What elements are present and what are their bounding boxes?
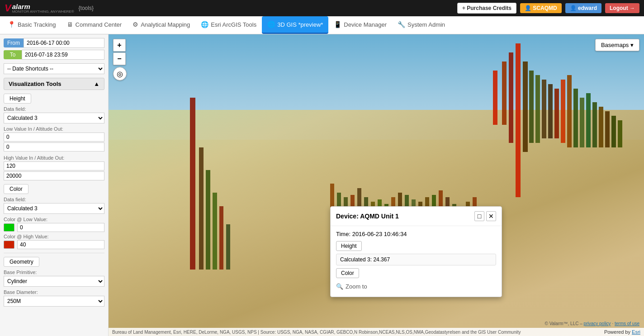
base-diameter-label: Base Diameter:: [4, 289, 104, 295]
height-low-value-out[interactable]: [4, 142, 104, 151]
to-label: To: [4, 50, 22, 59]
base-primitive-label: Base Primitive:: [4, 270, 104, 275]
esri-badge: Powered by Esri: [604, 329, 640, 335]
color-high-value-input[interactable]: [17, 240, 104, 249]
nav-analytical-mapping-label: Analytical Mapping: [141, 21, 190, 28]
height-high-value-out[interactable]: [4, 171, 104, 180]
height-data-field-select[interactable]: Calculated 3: [4, 113, 104, 123]
from-date-input[interactable]: [24, 38, 104, 48]
popup-zoom-label: Zoom to: [346, 283, 367, 290]
color-low-value-input[interactable]: [17, 223, 104, 232]
color-section-button[interactable]: Color: [4, 184, 28, 194]
nav-device-manager[interactable]: 📱 Device Manager: [328, 16, 392, 34]
height-section-button[interactable]: Height: [4, 94, 31, 104]
nav-3d-gis-label: 3D GIS *preview*: [277, 21, 323, 28]
base-primitive-select[interactable]: Cylinder: [4, 276, 104, 287]
nav-system-admin-label: System Admin: [407, 21, 445, 28]
viz-tools-label: Visualization Tools: [9, 80, 62, 87]
logout-button[interactable]: Logout →: [605, 3, 639, 13]
main-content: From To -- Date Shortcuts -- Visualizati…: [0, 34, 644, 336]
nav-esri-tools[interactable]: 🌐 Esri ArcGIS Tools: [195, 16, 262, 34]
color-data-field-label: Data field:: [4, 197, 104, 202]
popup-close-button[interactable]: ✕: [486, 211, 496, 221]
nav-3d-gis[interactable]: 🌐 3D GIS *preview*: [262, 16, 328, 34]
popup-height-value: Calculated 3: 24.367: [336, 254, 496, 265]
popup-expand-button[interactable]: □: [474, 211, 484, 221]
popup-time: Time: 2016-06-23 10:46:34: [336, 231, 496, 237]
valarm-v-icon: V: [5, 2, 11, 14]
edward-button[interactable]: 👤 edward: [565, 3, 601, 13]
scaqmd-button[interactable]: 👤 SCAQMD: [520, 3, 562, 13]
nav-command-center-label: Command Center: [76, 21, 122, 28]
zoom-icon: 🔍: [336, 283, 343, 290]
globe-3d-icon: 🌐: [267, 21, 275, 28]
date-from-row: From: [4, 38, 104, 48]
to-date-input[interactable]: [22, 50, 104, 60]
basemaps-button[interactable]: Basemaps ▾: [595, 39, 639, 51]
purchase-credits-button[interactable]: Purchase Credits: [457, 3, 516, 14]
nav-basic-tracking[interactable]: 📍 Basic Tracking: [2, 16, 62, 34]
date-shortcuts-select[interactable]: -- Date Shortcuts --: [4, 63, 104, 74]
popup-time-label: Time:: [336, 231, 350, 237]
height-low-value-in[interactable]: [4, 133, 104, 142]
logo-area: V alarm MONITOR ANYTHING, ANYWHERE® {too…: [5, 2, 94, 14]
color-low-swatch[interactable]: [4, 223, 14, 232]
sidebar: From To -- Date Shortcuts -- Visualizati…: [0, 34, 109, 336]
color-high-swatch[interactable]: [4, 241, 14, 249]
zoom-in-button[interactable]: +: [113, 39, 126, 52]
popup-header: Device: AQMD Unit 1 □ ✕: [331, 207, 502, 226]
device-popup: Device: AQMD Unit 1 □ ✕ Time: 2016-06-23…: [330, 206, 502, 297]
nav-system-admin[interactable]: 🔧 System Admin: [392, 16, 450, 34]
zoom-controls: + −: [113, 39, 126, 65]
valarm-text-area: alarm MONITOR ANYTHING, ANYWHERE®: [12, 3, 74, 14]
attribution-text: Bureau of Land Management, Esri, HERE, D…: [112, 330, 521, 335]
device-icon: 📱: [334, 21, 341, 28]
height-high-value-label: High Value In / Altitude Out:: [4, 155, 104, 161]
location-icon: 📍: [8, 21, 15, 28]
nav-analytical-mapping[interactable]: ⚙ Analytical Mapping: [127, 16, 195, 34]
privacy-link[interactable]: privacy policy: [584, 321, 611, 326]
color-low-label: Color @ Low Value:: [4, 217, 104, 222]
map-area[interactable]: + − ◎ Basemaps ▾ Device: AQMD Unit 1 □ ✕…: [109, 34, 644, 336]
valarm-tagline: MONITOR ANYTHING, ANYWHERE®: [12, 10, 74, 14]
color-data-field-select[interactable]: Calculated 3: [4, 203, 104, 214]
height-high-value-group: High Value In / Altitude Out:: [4, 155, 104, 181]
nav-device-manager-label: Device Manager: [344, 21, 387, 28]
monitor-icon: 🖥: [67, 21, 73, 28]
header: V alarm MONITOR ANYTHING, ANYWHERE® {too…: [0, 0, 644, 16]
color-low-row: [4, 223, 104, 232]
popup-time-value: 2016-06-23 10:46:34: [352, 231, 407, 237]
viz-tools-arrow-icon: ▲: [94, 80, 99, 87]
popup-color-button[interactable]: Color: [336, 268, 359, 278]
popup-title: Device: AQMD Unit 1: [336, 213, 399, 220]
valarm-logo: V alarm MONITOR ANYTHING, ANYWHERE®: [5, 2, 74, 14]
height-high-value-in[interactable]: [4, 161, 104, 170]
valarm-name: alarm: [12, 3, 74, 10]
height-low-value-label: Low Value In / Altitude Out:: [4, 126, 104, 132]
globe-icon: 🌐: [201, 21, 208, 28]
zoom-out-button[interactable]: −: [113, 52, 126, 65]
viz-tools-header[interactable]: Visualization Tools ▲: [4, 78, 104, 90]
geometry-section-button[interactable]: Geometry: [4, 257, 39, 267]
terms-link[interactable]: terms of use: [615, 321, 639, 326]
popup-zoom-to-link[interactable]: 🔍 Zoom to: [336, 281, 496, 292]
nav-basic-tracking-label: Basic Tracking: [18, 21, 56, 28]
attribution-bar: Bureau of Land Management, Esri, HERE, D…: [109, 328, 644, 336]
compass-control[interactable]: ◎: [113, 67, 127, 80]
nav-command-center[interactable]: 🖥 Command Center: [62, 16, 128, 34]
popup-height-button[interactable]: Height: [336, 241, 362, 251]
height-low-value-group: Low Value In / Altitude Out:: [4, 126, 104, 152]
popup-body: Time: 2016-06-23 10:46:34 Height Calcula…: [331, 226, 502, 297]
esri-link[interactable]: Esri: [632, 329, 640, 335]
date-to-row: To: [4, 50, 104, 60]
color-high-row: [4, 240, 104, 249]
color-high-label: Color @ High Value:: [4, 234, 104, 239]
copyright-notice: © Valarm™, LLC – privacy policy · terms …: [545, 321, 639, 326]
gear-icon: ⚙: [133, 21, 138, 28]
from-label: From: [4, 38, 24, 47]
popup-controls: □ ✕: [474, 211, 496, 221]
tools-label: {tools}: [79, 5, 94, 11]
base-diameter-select[interactable]: 250M: [4, 296, 104, 307]
wrench-icon: 🔧: [398, 21, 405, 28]
section-divider: [4, 253, 104, 253]
